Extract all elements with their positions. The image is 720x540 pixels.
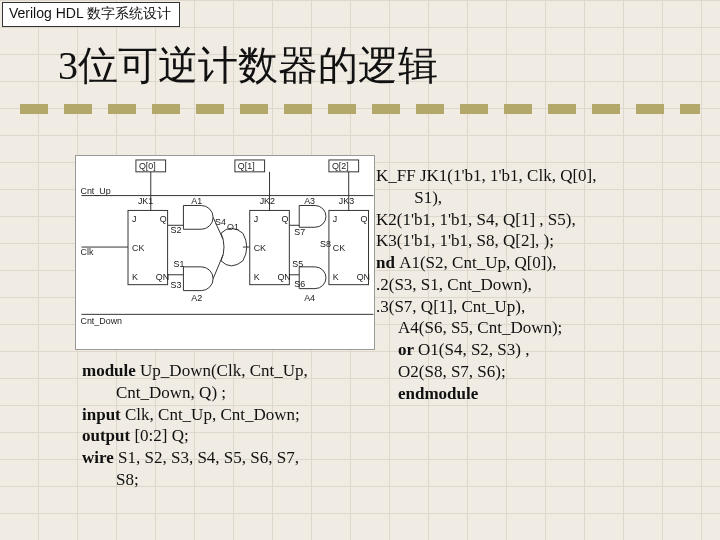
code-line: S8; [82, 469, 382, 491]
svg-text:CK: CK [333, 243, 345, 253]
code-line: wire S1, S2, S3, S4, S5, S6, S7, [82, 447, 382, 469]
diagram-cntdown-label: Cnt_Down [80, 316, 122, 326]
diagram-jk2-label: JK2 [260, 196, 275, 206]
diagram-clk-label: Clk [80, 247, 93, 257]
code-line: K2(1'b1, 1'b1, S4, Q[1] , S5), [376, 209, 706, 231]
code-line: A4(S6, S5, Cnt_Down); [376, 317, 706, 339]
svg-text:J: J [132, 214, 136, 224]
svg-text:J: J [333, 214, 337, 224]
svg-text:S1: S1 [174, 259, 185, 269]
svg-text:CK: CK [254, 243, 266, 253]
svg-text:J: J [254, 214, 258, 224]
svg-text:S4: S4 [215, 217, 226, 227]
diagram-jk1-label: JK1 [138, 196, 153, 206]
code-line: .2(S3, S1, Cnt_Down), [376, 274, 706, 296]
svg-text:Q: Q [361, 214, 368, 224]
svg-text:S6: S6 [294, 279, 305, 289]
verilog-code-right: K_FF JK1(1'b1, 1'b1, Clk, Q[0], S1),K2(1… [376, 165, 706, 404]
diagram-q1-label: Q[1] [238, 161, 255, 171]
course-tag: Verilog HDL 数字系统设计 [2, 2, 180, 27]
code-line: O2(S8, S7, S6); [376, 361, 706, 383]
title-divider [20, 104, 700, 114]
code-line: nd A1(S2, Cnt_Up, Q[0]), [376, 252, 706, 274]
svg-text:K: K [132, 272, 138, 282]
svg-text:K: K [333, 272, 339, 282]
code-line: input Clk, Cnt_Up, Cnt_Down; [82, 404, 382, 426]
svg-text:A3: A3 [304, 196, 315, 206]
svg-text:O1: O1 [227, 222, 239, 232]
code-line: S1), [376, 187, 706, 209]
svg-text:S2: S2 [171, 225, 182, 235]
svg-text:S8: S8 [320, 239, 331, 249]
svg-line-15 [213, 255, 223, 279]
svg-text:Q: Q [160, 214, 167, 224]
svg-text:QN: QN [357, 272, 370, 282]
svg-text:A2: A2 [191, 293, 202, 303]
code-line: output [0:2] Q; [82, 425, 382, 447]
svg-text:K: K [254, 272, 260, 282]
diagram-jk3-label: JK3 [339, 196, 354, 206]
svg-text:A4: A4 [304, 293, 315, 303]
logic-diagram: Q[0] Q[1] Q[2] Cnt_Up Clk Cnt_Down JK1 J… [75, 155, 375, 350]
diagram-cntup-label: Cnt_Up [80, 186, 110, 196]
verilog-code-left: module Up_Down(Clk, Cnt_Up,Cnt_Down, Q) … [82, 360, 382, 491]
diagram-q0-label: Q[0] [139, 161, 156, 171]
svg-text:QN: QN [156, 272, 169, 282]
diagram-q2-label: Q[2] [332, 161, 349, 171]
code-line: module Up_Down(Clk, Cnt_Up, [82, 360, 382, 382]
page-title: 3位可逆计数器的逻辑 [58, 38, 438, 93]
code-line: K3(1'b1, 1'b1, S8, Q[2], ); [376, 230, 706, 252]
code-line: K_FF JK1(1'b1, 1'b1, Clk, Q[0], [376, 165, 706, 187]
svg-text:S7: S7 [294, 227, 305, 237]
code-line: or O1(S4, S2, S3) , [376, 339, 706, 361]
code-line: Cnt_Down, Q) ; [82, 382, 382, 404]
svg-text:S3: S3 [171, 280, 182, 290]
svg-text:S5: S5 [292, 259, 303, 269]
svg-text:A1: A1 [191, 196, 202, 206]
svg-text:QN: QN [277, 272, 290, 282]
svg-text:CK: CK [132, 243, 144, 253]
code-line: endmodule [376, 383, 706, 405]
code-line: .3(S7, Q[1], Cnt_Up), [376, 296, 706, 318]
svg-text:Q: Q [281, 214, 288, 224]
